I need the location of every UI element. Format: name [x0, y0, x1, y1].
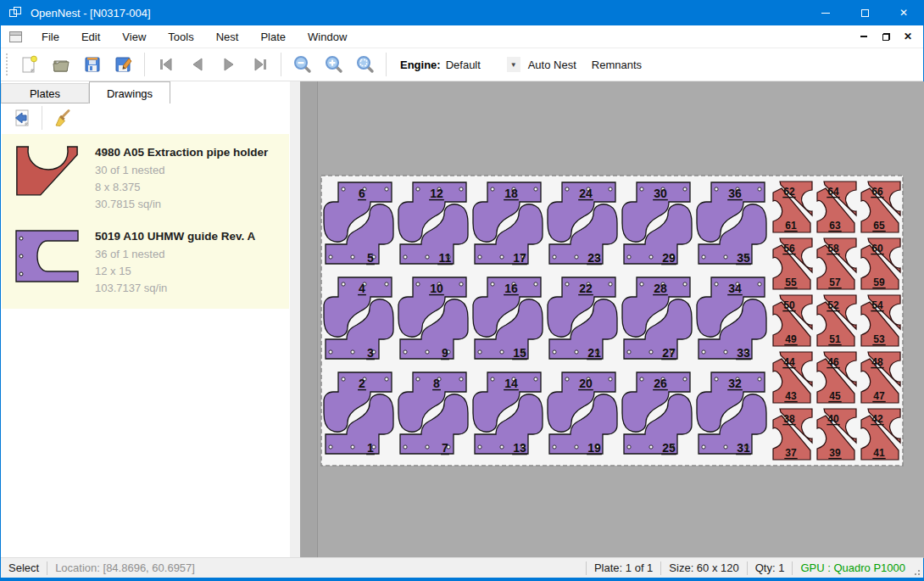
first-plate-button[interactable]	[150, 51, 181, 78]
svg-text:6: 6	[359, 187, 365, 200]
svg-text:5: 5	[367, 251, 374, 265]
go-last-icon	[250, 54, 270, 75]
title-bar: OpenNest - [N0317-004] ✕	[1, 0, 923, 25]
status-gpu: GPU : Quadro P1000	[800, 561, 905, 574]
list-item-drawing-1[interactable]: 4980 A05 Extraction pipe holder 30 of 1 …	[2, 137, 289, 221]
menu-plate[interactable]: Plate	[249, 27, 297, 47]
nest-canvas[interactable]: 6512111817242330293635431091615222128273…	[300, 81, 924, 558]
svg-text:33: 33	[737, 346, 750, 360]
menu-tools[interactable]: Tools	[157, 27, 204, 47]
tab-plates[interactable]: Plates	[1, 83, 89, 103]
svg-text:46: 46	[827, 356, 839, 368]
svg-text:21: 21	[587, 346, 601, 360]
new-button[interactable]	[14, 51, 45, 78]
svg-text:66: 66	[871, 186, 883, 198]
svg-text:36: 36	[728, 187, 742, 200]
svg-text:49: 49	[785, 333, 797, 345]
toolbar-grip[interactable]	[4, 53, 8, 75]
menu-nest[interactable]: Nest	[205, 27, 250, 47]
sidebar-tabs: Plates Drawings	[1, 81, 170, 103]
next-plate-button[interactable]	[213, 51, 244, 78]
svg-text:26: 26	[654, 377, 667, 390]
broom-icon	[52, 108, 72, 128]
svg-text:57: 57	[829, 277, 841, 288]
menu-edit[interactable]: Edit	[70, 27, 111, 47]
zoom-to-fit-icon	[355, 54, 376, 75]
menu-view[interactable]: View	[111, 27, 157, 47]
zoom-fit-button[interactable]	[349, 51, 381, 78]
mdi-minimize-button[interactable]	[855, 29, 872, 44]
svg-text:56: 56	[783, 243, 795, 254]
drawing-title: 4980 A05 Extraction pipe holder	[95, 146, 268, 159]
new-document-icon	[19, 54, 40, 75]
svg-text:62: 62	[783, 186, 795, 198]
engine-value: Default	[446, 59, 481, 71]
svg-text:44: 44	[783, 356, 795, 368]
svg-text:8: 8	[433, 377, 440, 390]
drawings-toolbar	[1, 103, 290, 132]
list-item-drawing-2[interactable]: 5019 A10 UHMW guide Rev. A 36 of 1 neste…	[2, 221, 289, 305]
svg-text:59: 59	[873, 277, 885, 288]
maximize-button[interactable]	[845, 0, 884, 25]
drawing-list: 4980 A05 Extraction pipe holder 30 of 1 …	[2, 134, 289, 309]
svg-text:27: 27	[662, 346, 676, 360]
save-icon	[82, 54, 103, 75]
svg-text:52: 52	[827, 299, 839, 311]
last-plate-button[interactable]	[244, 51, 276, 78]
drawing-thumbnail-purple	[14, 228, 88, 297]
svg-text:18: 18	[504, 187, 518, 200]
save-as-button[interactable]	[108, 51, 139, 78]
document-window-icon[interactable]	[9, 31, 22, 42]
svg-text:22: 22	[579, 282, 593, 295]
svg-text:45: 45	[829, 390, 841, 402]
maximize-icon	[861, 9, 869, 17]
svg-text:31: 31	[737, 441, 750, 455]
svg-text:20: 20	[579, 377, 593, 390]
go-previous-icon	[187, 54, 208, 75]
engine-label: Engine:	[400, 59, 441, 71]
engine-dropdown[interactable]: Default ▼	[446, 55, 520, 74]
drawing-size: 12 x 15	[95, 263, 255, 280]
zoom-out-button[interactable]	[287, 51, 318, 78]
status-size: Size: 60 x 120	[669, 561, 738, 574]
svg-text:55: 55	[785, 277, 797, 288]
remnants-button[interactable]: Remnants	[584, 54, 649, 75]
auto-nest-button[interactable]: Auto Nest	[520, 54, 584, 75]
resize-grip-icon[interactable]	[910, 566, 921, 576]
svg-text:37: 37	[785, 447, 797, 459]
drawing-title: 5019 A10 UHMW guide Rev. A	[95, 230, 255, 243]
svg-text:3: 3	[367, 346, 374, 360]
save-button[interactable]	[76, 51, 108, 78]
save-as-icon	[114, 54, 134, 75]
close-button[interactable]: ✕	[884, 0, 923, 25]
mdi-restore-button[interactable]	[877, 29, 894, 44]
svg-text:51: 51	[829, 333, 841, 345]
svg-text:16: 16	[504, 282, 518, 295]
zoom-in-button[interactable]	[318, 51, 349, 78]
import-drawing-button[interactable]	[8, 105, 36, 131]
import-drawing-icon	[12, 108, 32, 128]
svg-text:13: 13	[513, 441, 526, 455]
clean-button[interactable]	[47, 105, 76, 131]
drawing-nested: 36 of 1 nested	[95, 246, 255, 263]
drawing-thumbnail-red	[14, 144, 88, 213]
go-first-icon	[156, 54, 176, 75]
svg-text:64: 64	[827, 186, 839, 198]
previous-plate-button[interactable]	[181, 51, 213, 78]
open-button[interactable]	[45, 51, 76, 78]
svg-text:2: 2	[359, 377, 365, 390]
svg-text:4: 4	[359, 282, 365, 295]
tab-drawings[interactable]: Drawings	[89, 81, 170, 103]
menu-file[interactable]: File	[31, 27, 70, 47]
close-icon: ✕	[899, 7, 908, 19]
mdi-close-button[interactable]: ✕	[899, 29, 916, 44]
panel-splitter[interactable]	[290, 81, 300, 558]
plate-drawing[interactable]: 6512111817242330293635431091615222128273…	[320, 175, 904, 466]
svg-text:58: 58	[827, 243, 839, 254]
svg-text:50: 50	[783, 299, 795, 311]
menu-window[interactable]: Window	[297, 27, 358, 47]
svg-text:48: 48	[871, 356, 883, 368]
drawing-area: 103.7137 sq/in	[95, 280, 255, 297]
app-window: OpenNest - [N0317-004] ✕ File Edit View …	[0, 0, 924, 581]
minimize-button[interactable]	[806, 0, 845, 25]
